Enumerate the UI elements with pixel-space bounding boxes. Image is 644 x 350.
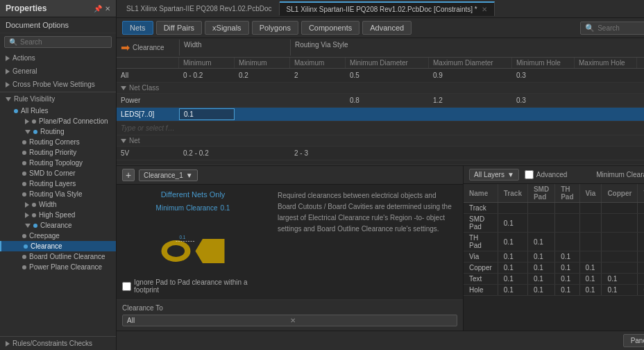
search-right-container: 🔍 <box>580 22 644 35</box>
expand-icon <box>25 224 31 228</box>
advanced-checkbox[interactable] <box>525 170 534 179</box>
dot-icon <box>33 224 37 228</box>
btn-components[interactable]: Components <box>301 21 359 35</box>
table-row[interactable]: SMD Pad0.1 <box>464 214 644 233</box>
tab-constraints[interactable]: SL1 Xilinx Spartan-IIE PQ208 Rev1.02.Pcb… <box>280 1 495 16</box>
arrow-right-icon: ➡ <box>121 41 130 54</box>
btn-polygons[interactable]: Polygons <box>252 21 298 35</box>
routing-priority-label: Routing Priority <box>29 149 76 156</box>
cell-copper: 0.1 <box>602 285 638 296</box>
cell-name: Copper <box>464 262 498 274</box>
layer-select-label: All Layers <box>474 171 505 178</box>
cell-smdPad: 0.1 <box>527 262 554 274</box>
sidebar-item-all-rules[interactable]: All Rules <box>0 106 116 116</box>
cell-min-dia: 0.5 <box>346 70 429 81</box>
sidebar-item-plane-pad[interactable]: Plane/Pad Connection <box>0 116 116 126</box>
h-scrollbar[interactable] <box>117 160 644 165</box>
expand-icon <box>121 139 126 143</box>
cell-width-min <box>235 113 290 116</box>
clearance-diagram: 0.1 <box>130 215 255 273</box>
tab-bar: SL1 Xilinx Spartan-IIE PQ208 Rev1.02.Pcb… <box>117 0 644 18</box>
btn-xsignals[interactable]: xSignals <box>205 21 249 35</box>
close-icon[interactable]: ✕ <box>105 5 110 12</box>
tab-pcbdoc-label: SL1 Xilinx Spartan-IIE PQ208 Rev1.02.Pcb… <box>126 5 272 12</box>
cell-name: Track <box>464 203 498 214</box>
rule-dropdown[interactable]: Clearance_1 ▼ <box>139 169 198 181</box>
ignore-pad-label: Ignore Pad to Pad clearance within a foo… <box>134 278 264 294</box>
actions-group: Actions <box>0 52 116 64</box>
expand-icon <box>25 212 29 218</box>
cell-copper <box>602 233 638 251</box>
cross-probe-header[interactable]: Cross Probe View Settings <box>0 78 116 90</box>
sidebar-item-high-speed[interactable]: High Speed <box>0 210 116 220</box>
sidebar-item-routing-corners[interactable]: Routing Corners <box>0 137 116 147</box>
dot-icon <box>22 265 26 269</box>
search-right-input[interactable] <box>598 24 644 32</box>
cell-thPad <box>555 233 579 251</box>
add-rule-button[interactable]: + <box>122 169 135 181</box>
layer-select-dropdown[interactable]: All Layers ▼ <box>469 169 519 181</box>
btn-advanced[interactable]: Advanced <box>362 21 412 35</box>
cell-name: Via <box>464 251 498 262</box>
table-row[interactable]: Text0.10.10.10.10.1 <box>464 274 644 285</box>
table-row[interactable]: Track <box>464 203 644 214</box>
sidebar-item-routing[interactable]: Routing <box>0 126 116 137</box>
cell-text <box>638 203 644 214</box>
cell-track: 0.1 <box>498 262 527 274</box>
clearance-to-clear-button[interactable]: ✕ <box>290 317 453 324</box>
general-header[interactable]: General <box>0 65 116 77</box>
cell-via: 0.1 <box>579 262 602 274</box>
sidebar-item-routing-priority[interactable]: Routing Priority <box>0 147 116 158</box>
table-row[interactable]: Power 0.8 1.2 0.3 <box>117 94 644 108</box>
sidebar-item-routing-layers[interactable]: Routing Layers <box>0 178 116 189</box>
th-copper: Copper <box>602 184 638 203</box>
sidebar-item-routing-via-style[interactable]: Routing Via Style <box>0 189 116 199</box>
sidebar-item-clearance-parent[interactable]: Clearance <box>0 220 116 231</box>
expand-icon <box>6 97 11 101</box>
pin-icon[interactable]: 📌 <box>94 5 102 12</box>
sidebar-item-routing-topology[interactable]: Routing Topology <box>0 158 116 168</box>
btn-nets[interactable]: Nets <box>122 21 153 35</box>
net-class-section-header: Net Class <box>117 83 644 94</box>
cell-thPad: 0.1 <box>555 262 579 274</box>
sidebar-item-smd-corner[interactable]: SMD to Corner <box>0 168 116 178</box>
table-row[interactable]: Hole0.10.10.10.10.10.1 <box>464 285 644 296</box>
table-row[interactable]: Type or select from list <box>117 122 644 135</box>
table-row[interactable]: 5V 0.2 - 0.2 2 - 3 <box>117 147 644 160</box>
min-clearance-right-label: Minimum Clearance <box>596 171 644 178</box>
search-input[interactable] <box>20 38 107 46</box>
table-row[interactable]: TH Pad0.10.1 <box>464 233 644 251</box>
sidebar-item-width[interactable]: Width <box>0 199 116 210</box>
config-content: Different Nets Only Minimum Clearance 0.… <box>117 185 463 299</box>
cell-width-max <box>290 113 346 116</box>
clearance-to-section: Clearance To All ✕ <box>117 299 463 331</box>
config-description-area: Required clearances between electrical o… <box>269 185 463 299</box>
btn-diff-pairs[interactable]: Diff Pairs <box>156 21 202 35</box>
actions-header[interactable]: Actions <box>0 52 116 64</box>
col-h-max1: Maximum <box>290 58 346 68</box>
tab-close-icon[interactable]: ✕ <box>482 6 487 13</box>
sidebar-item-creepage[interactable]: Creepage <box>0 231 116 241</box>
panels-button[interactable]: Panels <box>623 334 644 347</box>
rule-visibility-header[interactable]: Rule Visibility <box>0 92 116 106</box>
col-clearance-header: ➡ Clearance <box>117 40 179 56</box>
cell-text <box>638 262 644 274</box>
rules-checks-header[interactable]: Rules/Constraints Checks <box>6 340 110 347</box>
table-row[interactable]: Via0.10.10.1 <box>464 251 644 262</box>
table-row[interactable]: LEDS[7..0] 0.1 <box>117 108 644 122</box>
ignore-pad-checkbox[interactable] <box>122 282 131 291</box>
svg-point-2 <box>167 245 185 257</box>
rule-dropdown-label: Clearance_1 <box>144 172 183 179</box>
table-row[interactable]: Copper0.10.10.10.1 <box>464 262 644 274</box>
empty-col <box>450 40 644 56</box>
clearance-label: Clearance <box>31 242 62 250</box>
sidebar-item-clearance-active[interactable]: Clearance <box>0 241 116 251</box>
cell-max-dia: 1.2 <box>429 95 512 106</box>
cell-width-max <box>290 99 346 102</box>
table-row[interactable]: All 0 - 0.2 0.2 2 0.5 0.9 0.3 <box>117 69 644 83</box>
cell-min-hole: 0.3 <box>512 70 575 81</box>
cell-clear-min[interactable]: 0.1 <box>179 108 235 120</box>
tab-pcbdoc[interactable]: SL1 Xilinx Spartan-IIE PQ208 Rev1.02.Pcb… <box>119 2 280 15</box>
sidebar-item-power-plane[interactable]: Power Plane Clearance <box>0 262 116 272</box>
sidebar-item-board-outline[interactable]: Board Outline Clearance <box>0 251 116 262</box>
